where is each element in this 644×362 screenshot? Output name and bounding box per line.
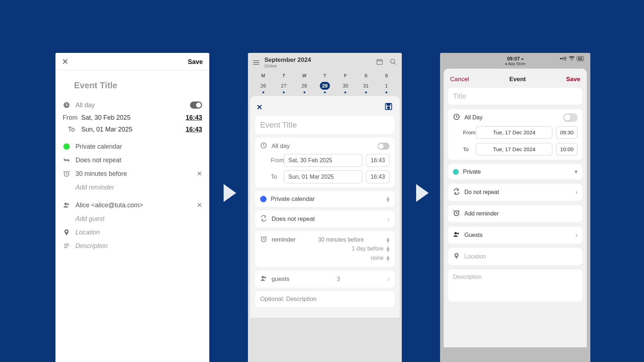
search-icon[interactable] <box>390 58 397 67</box>
location-row[interactable]: Location <box>63 225 202 239</box>
day-header: T <box>314 73 335 78</box>
reminder-text: 30 minutes before <box>75 170 127 178</box>
to-time[interactable]: 16:43 <box>186 126 202 133</box>
description-icon <box>63 242 70 249</box>
to-label: To <box>453 146 472 152</box>
event-title-input[interactable]: Event Title <box>63 74 202 98</box>
signal-icon: ••!! <box>560 56 567 61</box>
svg-point-11 <box>391 59 395 63</box>
allday-label: All day <box>272 143 290 150</box>
description-row[interactable]: Description <box>448 269 582 302</box>
calendar-label: Private calendar <box>271 195 315 203</box>
save-button[interactable]: Save <box>566 76 580 83</box>
save-button[interactable]: Save <box>188 58 203 66</box>
from-time[interactable]: 09:30 <box>556 126 577 139</box>
allday-toggle[interactable] <box>563 113 577 122</box>
title-card[interactable]: Event Title <box>255 116 395 134</box>
to-time[interactable]: 10:00 <box>556 143 577 155</box>
updown-icon[interactable]: ▴▾ <box>386 237 390 243</box>
calendar-color-dot <box>260 196 267 202</box>
calendar-row[interactable]: Private calendar <box>63 140 202 153</box>
repeat-icon <box>260 215 267 223</box>
updown-icon: ▴▾ <box>386 196 390 202</box>
remove-guest-icon[interactable]: ✕ <box>197 201 202 209</box>
date-cell[interactable]: 26 <box>253 80 273 93</box>
svg-point-19 <box>264 277 266 278</box>
updown-icon[interactable]: ▴▾ <box>386 255 390 261</box>
reminder-value-0[interactable]: 30 minutes before <box>318 237 364 243</box>
from-time[interactable]: 16:43 <box>366 154 390 167</box>
from-date[interactable]: Sat, 30 Feb 2025 <box>81 114 186 122</box>
calendar-label: Private <box>463 169 570 175</box>
chevron-down-icon: ▾ <box>575 168 577 175</box>
to-date[interactable]: Tue, 17 Dec 2024 <box>476 143 552 155</box>
location-row[interactable]: Location <box>448 248 582 265</box>
svg-point-18 <box>262 276 264 278</box>
repeat-row[interactable]: Do not repeat › <box>448 184 582 201</box>
title-card[interactable]: Title <box>448 88 582 105</box>
date-cell[interactable]: 27 <box>273 80 294 93</box>
description-card[interactable]: Optional: Description <box>255 291 395 307</box>
from-time[interactable]: 16:43 <box>186 114 202 122</box>
svg-line-12 <box>394 63 396 64</box>
remove-reminder-icon[interactable]: ✕ <box>197 170 202 178</box>
clock-icon <box>63 101 70 109</box>
calendar-label: Private calendar <box>75 143 122 150</box>
save-icon[interactable] <box>384 102 393 113</box>
guests-row[interactable]: guests 3 › <box>255 271 395 288</box>
alarm-icon <box>63 170 70 177</box>
allday-toggle[interactable] <box>377 143 390 150</box>
reminder-value-2[interactable]: none <box>371 255 384 261</box>
calendar-select[interactable]: Private ▾ <box>448 164 582 179</box>
guests-icon <box>260 275 267 283</box>
alarm-icon <box>260 235 267 244</box>
guests-icon <box>63 202 70 209</box>
add-guest-row[interactable]: Add guest <box>63 212 202 225</box>
date-cell[interactable]: 29 <box>314 80 335 93</box>
from-row: From Tue, 17 Dec 2024 09:30 <box>453 126 577 139</box>
reminder-value-1[interactable]: 1 day before <box>352 246 384 252</box>
guests-row[interactable]: Guests › <box>448 227 582 244</box>
day-header: M <box>253 73 273 78</box>
from-label: From <box>260 157 280 164</box>
updown-icon[interactable]: ▴▾ <box>386 246 390 252</box>
allday-row: All day <box>63 98 202 112</box>
calendar-header: September 2024 Online <box>253 56 397 69</box>
calendar-icon[interactable] <box>376 58 383 67</box>
status-back[interactable]: ◂ App Store <box>440 61 590 66</box>
repeat-select[interactable]: Does not repeat › <box>255 210 395 228</box>
event-sheet: Cancel Event Save Title All Day From Tue… <box>444 69 587 347</box>
menu-icon[interactable] <box>253 60 259 65</box>
date-cell[interactable]: 1 <box>376 80 397 93</box>
arrow-icon <box>224 184 236 202</box>
to-date[interactable]: Sun, 01 Mar 2025 <box>81 126 186 133</box>
allday-toggle[interactable] <box>190 101 202 109</box>
from-label: From <box>63 114 81 122</box>
description-row[interactable]: Description <box>63 239 202 253</box>
chevron-right-icon: › <box>387 215 390 223</box>
alarm-icon <box>453 209 460 218</box>
cancel-button[interactable]: Cancel <box>450 76 469 83</box>
date-cell[interactable]: 30 <box>335 80 356 93</box>
event-title-input[interactable]: Event Title <box>260 120 390 130</box>
calendar-select[interactable]: Private calendar ▴▾ <box>255 191 395 207</box>
repeat-row[interactable]: Does not repeat <box>63 153 202 167</box>
day-header-row: MTWTFSS <box>253 73 397 78</box>
date-cell[interactable]: 28 <box>294 80 314 93</box>
close-icon[interactable]: ✕ <box>62 58 68 66</box>
close-icon[interactable]: ✕ <box>257 103 263 111</box>
allday-label: All Day <box>464 114 559 121</box>
add-reminder-label: Add reminder <box>75 184 114 191</box>
from-date[interactable]: Tue, 17 Dec 2024 <box>476 126 552 139</box>
to-time[interactable]: 16:43 <box>366 170 390 183</box>
to-date[interactable]: Sun, 01 Mar 2025 <box>284 170 362 183</box>
add-reminder-row[interactable]: Add reminder <box>63 180 202 194</box>
to-row: To Tue, 17 Dec 2024 10:00 <box>453 143 577 155</box>
date-cell[interactable]: 31 <box>356 80 376 93</box>
repeat-label: Does not repeat <box>272 215 315 223</box>
add-reminder-row[interactable]: Add reminder <box>448 205 582 222</box>
event-title-input[interactable]: Title <box>453 92 466 100</box>
from-date[interactable]: Sat, 30 Feb 2025 <box>284 154 362 167</box>
svg-rect-14 <box>387 103 390 105</box>
guest-row: Alice <alice@tuta.com> ✕ <box>63 198 202 212</box>
